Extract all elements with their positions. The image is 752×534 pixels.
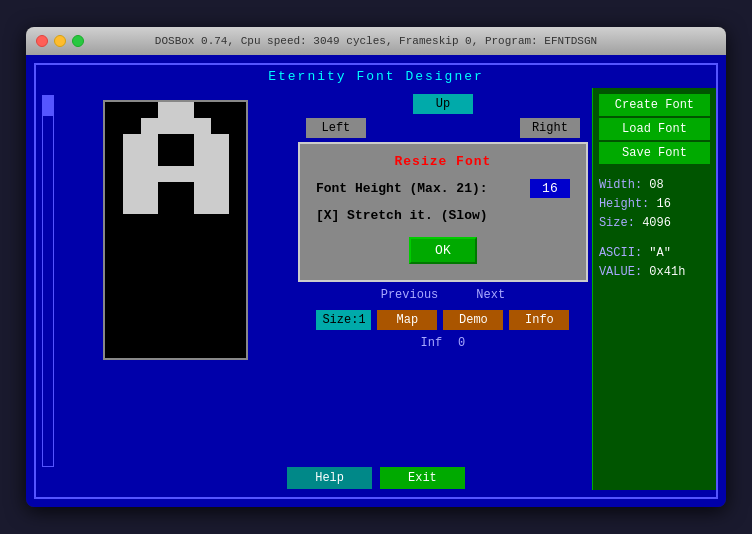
pixel-2-7[interactable] xyxy=(229,134,247,150)
pixel-4-2[interactable] xyxy=(141,166,159,182)
pixel-15-5[interactable] xyxy=(194,342,212,358)
ok-button[interactable]: OK xyxy=(409,237,477,264)
pixel-7-1[interactable] xyxy=(123,214,141,230)
pixel-14-6[interactable] xyxy=(211,326,229,342)
size-input[interactable] xyxy=(316,310,371,330)
pixel-12-0[interactable] xyxy=(105,294,123,310)
pixel-11-7[interactable] xyxy=(229,278,247,294)
pixel-10-0[interactable] xyxy=(105,262,123,278)
pixel-6-1[interactable] xyxy=(123,198,141,214)
pixel-11-4[interactable] xyxy=(176,278,194,294)
font-height-input[interactable] xyxy=(530,179,570,198)
pixel-7-4[interactable] xyxy=(176,214,194,230)
pixel-5-1[interactable] xyxy=(123,182,141,198)
pixel-13-0[interactable] xyxy=(105,310,123,326)
pixel-15-7[interactable] xyxy=(229,342,247,358)
pixel-0-2[interactable] xyxy=(141,102,159,118)
load-font-button[interactable]: Load Font xyxy=(599,118,710,140)
pixel-8-6[interactable] xyxy=(211,230,229,246)
pixel-1-6[interactable] xyxy=(211,118,229,134)
map-button[interactable]: Map xyxy=(377,310,437,330)
next-label[interactable]: Next xyxy=(476,288,505,302)
help-button[interactable]: Help xyxy=(287,467,372,489)
pixel-3-4[interactable] xyxy=(176,150,194,166)
pixel-11-6[interactable] xyxy=(211,278,229,294)
pixel-8-7[interactable] xyxy=(229,230,247,246)
pixel-15-1[interactable] xyxy=(123,342,141,358)
pixel-14-7[interactable] xyxy=(229,326,247,342)
pixel-13-3[interactable] xyxy=(158,310,176,326)
pixel-0-6[interactable] xyxy=(211,102,229,118)
pixel-6-7[interactable] xyxy=(229,198,247,214)
pixel-6-4[interactable] xyxy=(176,198,194,214)
pixel-3-1[interactable] xyxy=(123,150,141,166)
pixel-12-4[interactable] xyxy=(176,294,194,310)
pixel-12-3[interactable] xyxy=(158,294,176,310)
pixel-0-4[interactable] xyxy=(176,102,194,118)
create-font-button[interactable]: Create Font xyxy=(599,94,710,116)
pixel-1-0[interactable] xyxy=(105,118,123,134)
pixel-3-3[interactable] xyxy=(158,150,176,166)
pixel-15-3[interactable] xyxy=(158,342,176,358)
pixel-3-6[interactable] xyxy=(211,150,229,166)
pixel-1-1[interactable] xyxy=(123,118,141,134)
pixel-5-3[interactable] xyxy=(158,182,176,198)
info-button[interactable]: Info xyxy=(509,310,569,330)
pixel-4-3[interactable] xyxy=(158,166,176,182)
pixel-13-2[interactable] xyxy=(141,310,159,326)
pixel-8-0[interactable] xyxy=(105,230,123,246)
pixel-8-5[interactable] xyxy=(194,230,212,246)
pixel-8-2[interactable] xyxy=(141,230,159,246)
pixel-2-0[interactable] xyxy=(105,134,123,150)
pixel-12-1[interactable] xyxy=(123,294,141,310)
pixel-7-2[interactable] xyxy=(141,214,159,230)
pixel-15-2[interactable] xyxy=(141,342,159,358)
pixel-0-1[interactable] xyxy=(123,102,141,118)
right-button[interactable]: Right xyxy=(520,118,580,138)
pixel-8-1[interactable] xyxy=(123,230,141,246)
pixel-14-5[interactable] xyxy=(194,326,212,342)
pixel-9-5[interactable] xyxy=(194,246,212,262)
pixel-11-0[interactable] xyxy=(105,278,123,294)
pixel-11-1[interactable] xyxy=(123,278,141,294)
pixel-3-7[interactable] xyxy=(229,150,247,166)
pixel-1-3[interactable] xyxy=(158,118,176,134)
pixel-9-1[interactable] xyxy=(123,246,141,262)
pixel-1-2[interactable] xyxy=(141,118,159,134)
pixel-14-0[interactable] xyxy=(105,326,123,342)
pixel-1-7[interactable] xyxy=(229,118,247,134)
pixel-13-4[interactable] xyxy=(176,310,194,326)
pixel-11-3[interactable] xyxy=(158,278,176,294)
pixel-7-3[interactable] xyxy=(158,214,176,230)
pixel-0-0[interactable] xyxy=(105,102,123,118)
pixel-9-0[interactable] xyxy=(105,246,123,262)
pixel-7-7[interactable] xyxy=(229,214,247,230)
left-button[interactable]: Left xyxy=(306,118,366,138)
pixel-4-6[interactable] xyxy=(211,166,229,182)
pixel-0-5[interactable] xyxy=(194,102,212,118)
pixel-10-6[interactable] xyxy=(211,262,229,278)
pixel-12-6[interactable] xyxy=(211,294,229,310)
pixel-10-7[interactable] xyxy=(229,262,247,278)
pixel-5-5[interactable] xyxy=(194,182,212,198)
pixel-6-2[interactable] xyxy=(141,198,159,214)
pixel-7-6[interactable] xyxy=(211,214,229,230)
pixel-14-1[interactable] xyxy=(123,326,141,342)
pixel-12-2[interactable] xyxy=(141,294,159,310)
pixel-13-6[interactable] xyxy=(211,310,229,326)
pixel-8-4[interactable] xyxy=(176,230,194,246)
pixel-5-2[interactable] xyxy=(141,182,159,198)
maximize-button[interactable] xyxy=(72,35,84,47)
pixel-4-1[interactable] xyxy=(123,166,141,182)
pixel-1-4[interactable] xyxy=(176,118,194,134)
pixel-8-3[interactable] xyxy=(158,230,176,246)
pixel-11-5[interactable] xyxy=(194,278,212,294)
pixel-6-0[interactable] xyxy=(105,198,123,214)
pixel-5-4[interactable] xyxy=(176,182,194,198)
save-font-button[interactable]: Save Font xyxy=(599,142,710,164)
pixel-13-7[interactable] xyxy=(229,310,247,326)
demo-button[interactable]: Demo xyxy=(443,310,503,330)
pixel-1-5[interactable] xyxy=(194,118,212,134)
pixel-13-5[interactable] xyxy=(194,310,212,326)
pixel-13-1[interactable] xyxy=(123,310,141,326)
